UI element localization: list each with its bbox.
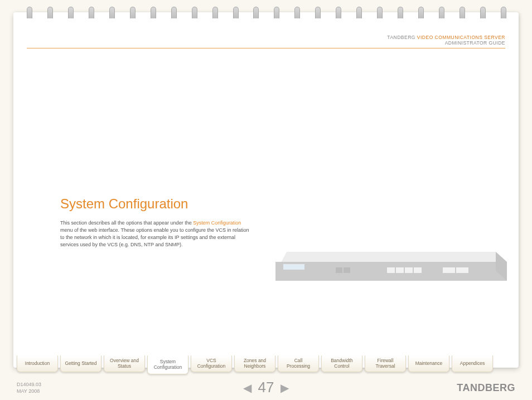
doc-id: D14049.03 bbox=[17, 382, 41, 388]
doc-reference: D14049.03 MAY 2008 bbox=[17, 382, 41, 394]
pager: ◀ 47 ▶ bbox=[0, 379, 532, 396]
body-link[interactable]: System Configuration bbox=[193, 220, 241, 226]
header-divider bbox=[27, 48, 505, 48]
svg-rect-3 bbox=[283, 264, 304, 270]
tab-bandwidth-control[interactable]: BandwidthControl bbox=[321, 355, 362, 372]
device-image bbox=[275, 230, 515, 291]
tab-call-processing[interactable]: CallProcessing bbox=[278, 355, 319, 372]
tab-appendices[interactable]: Appendices bbox=[452, 355, 493, 372]
header-subtitle: ADMINISTRATOR GUIDE bbox=[387, 40, 505, 46]
tab-overview-and-status[interactable]: Overview andStatus bbox=[104, 355, 145, 372]
main-content: System Configuration This section descri… bbox=[60, 196, 250, 248]
header-text: TANDBERG VIDEO COMMUNICATIONS SERVER ADM… bbox=[387, 35, 505, 46]
svg-rect-9 bbox=[414, 267, 422, 273]
tab-system-configuration[interactable]: SystemConfiguration bbox=[147, 355, 188, 374]
svg-rect-7 bbox=[396, 267, 404, 273]
header-brand: TANDBERG bbox=[387, 35, 415, 40]
tab-getting-started[interactable]: Getting Started bbox=[60, 355, 101, 372]
header-product: VIDEO COMMUNICATIONS SERVER bbox=[417, 35, 505, 40]
svg-rect-8 bbox=[405, 267, 413, 273]
footer-logo: TANDBERG bbox=[457, 382, 515, 394]
svg-rect-5 bbox=[344, 267, 350, 273]
page-number: 47 bbox=[258, 379, 274, 396]
tab-vcs-configuration[interactable]: VCSConfiguration bbox=[191, 355, 232, 372]
next-arrow-icon[interactable]: ▶ bbox=[280, 381, 289, 394]
section-tabs: IntroductionGetting StartedOverview andS… bbox=[17, 355, 493, 374]
doc-date: MAY 2008 bbox=[17, 388, 41, 395]
svg-rect-11 bbox=[456, 267, 468, 273]
body-pre: This section describes all the options t… bbox=[60, 220, 193, 226]
tab-maintenance[interactable]: Maintenance bbox=[408, 355, 449, 372]
svg-rect-4 bbox=[336, 267, 342, 273]
body-post: menu of the web interface. These options… bbox=[60, 227, 249, 247]
svg-rect-10 bbox=[443, 267, 455, 273]
svg-rect-6 bbox=[387, 267, 395, 273]
tab-introduction[interactable]: Introduction bbox=[17, 355, 58, 372]
tab-firewall-traversal[interactable]: FirewallTraversal bbox=[365, 355, 406, 372]
page-title: System Configuration bbox=[60, 196, 250, 212]
prev-arrow-icon[interactable]: ◀ bbox=[243, 381, 252, 394]
document-page: TANDBERG VIDEO COMMUNICATIONS SERVER ADM… bbox=[13, 12, 519, 368]
tab-zones-and-neighbors[interactable]: Zones andNeighbors bbox=[234, 355, 275, 372]
intro-paragraph: This section describes all the options t… bbox=[60, 219, 250, 248]
spiral-binding bbox=[26, 6, 506, 23]
